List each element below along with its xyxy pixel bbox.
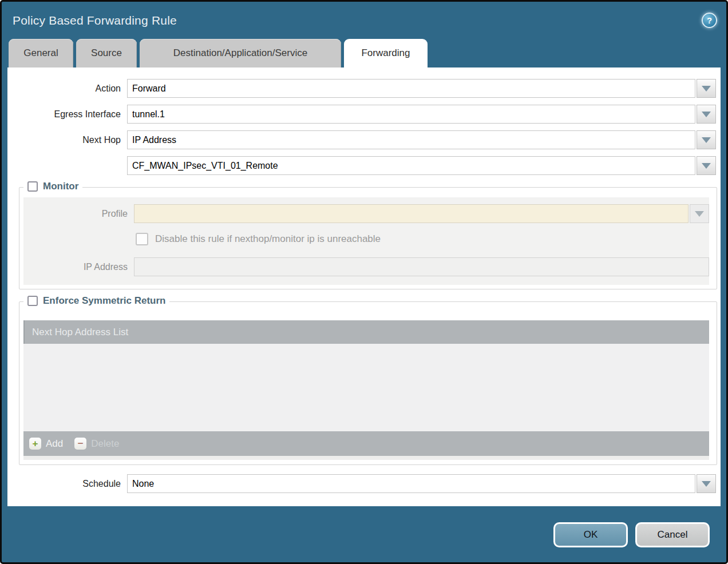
action-label: Action bbox=[7, 79, 121, 98]
egress-interface-dropdown-button[interactable] bbox=[697, 105, 716, 124]
chevron-down-icon bbox=[702, 481, 711, 487]
tab-destination-application-service[interactable]: Destination/Application/Service bbox=[140, 39, 341, 67]
monitor-ip-address-input bbox=[134, 257, 709, 276]
chevron-down-icon bbox=[702, 112, 711, 117]
disable-rule-row: Disable this rule if nexthop/monitor ip … bbox=[136, 233, 709, 245]
next-hop-type-input[interactable] bbox=[127, 130, 695, 149]
monitor-body: Profile Disable this rule if nexthop/mon… bbox=[23, 197, 709, 285]
title-bar: Policy Based Forwarding Rule ? bbox=[2, 2, 726, 39]
tab-bar: General Source Destination/Application/S… bbox=[2, 39, 726, 67]
tab-forwarding[interactable]: Forwarding bbox=[344, 39, 428, 67]
schedule-row: Schedule bbox=[7, 474, 716, 493]
dialog-footer: OK Cancel bbox=[2, 506, 726, 547]
egress-interface-input[interactable] bbox=[127, 105, 695, 124]
egress-interface-row: Egress Interface bbox=[7, 105, 716, 124]
next-hop-address-row bbox=[7, 156, 716, 175]
add-button[interactable]: + Add bbox=[29, 438, 63, 450]
tab-general[interactable]: General bbox=[9, 39, 73, 67]
dialog-title: Policy Based Forwarding Rule bbox=[13, 14, 177, 27]
next-hop-address-list-body bbox=[23, 344, 709, 431]
action-dropdown-button[interactable] bbox=[697, 79, 716, 98]
next-hop-address-list-toolbar: + Add − Delete bbox=[23, 431, 709, 456]
tab-source[interactable]: Source bbox=[76, 39, 137, 67]
chevron-down-icon bbox=[702, 137, 711, 143]
schedule-label: Schedule bbox=[7, 474, 121, 493]
next-hop-row: Next Hop bbox=[7, 130, 716, 149]
monitor-ip-address-row: IP Address bbox=[23, 257, 709, 276]
next-hop-dropdown-button[interactable] bbox=[697, 130, 716, 149]
chevron-down-icon bbox=[702, 163, 711, 169]
schedule-input[interactable] bbox=[127, 474, 695, 493]
monitor-title: Monitor bbox=[43, 181, 78, 192]
enforce-symmetric-return-checkbox[interactable] bbox=[27, 296, 38, 306]
cancel-button[interactable]: Cancel bbox=[635, 522, 710, 547]
egress-interface-label: Egress Interface bbox=[7, 105, 121, 124]
enforce-symmetric-return-group: Enforce Symmetric Return Next Hop Addres… bbox=[19, 301, 717, 465]
add-button-label: Add bbox=[46, 438, 63, 450]
delete-minus-icon: − bbox=[74, 438, 86, 450]
profile-input bbox=[134, 204, 689, 223]
table-bottom-strip bbox=[23, 456, 709, 460]
profile-dropdown-button bbox=[690, 204, 709, 223]
next-hop-address-dropdown-button[interactable] bbox=[697, 156, 716, 175]
schedule-dropdown-button[interactable] bbox=[697, 474, 716, 493]
forwarding-tab-panel: Action Egress Interface Next Hop Monitor bbox=[7, 67, 721, 506]
enforce-symmetric-return-legend: Enforce Symmetric Return bbox=[23, 295, 169, 307]
monitor-ip-address-label: IP Address bbox=[23, 257, 128, 276]
enforce-symmetric-return-title: Enforce Symmetric Return bbox=[43, 295, 165, 307]
action-input[interactable] bbox=[127, 79, 695, 98]
monitor-group: Monitor Profile Disable this rule if nex… bbox=[19, 187, 717, 289]
monitor-legend: Monitor bbox=[23, 181, 82, 192]
delete-button: − Delete bbox=[74, 438, 119, 450]
profile-row: Profile bbox=[23, 204, 709, 223]
action-row: Action bbox=[7, 79, 716, 98]
disable-rule-label: Disable this rule if nexthop/monitor ip … bbox=[155, 233, 381, 245]
next-hop-address-list-table: Next Hop Address List + Add − Delete bbox=[23, 320, 709, 460]
next-hop-address-label-spacer bbox=[7, 156, 121, 175]
chevron-down-icon bbox=[695, 211, 704, 217]
delete-button-label: Delete bbox=[91, 438, 119, 450]
disable-rule-checkbox bbox=[136, 233, 148, 245]
profile-label: Profile bbox=[23, 204, 128, 223]
next-hop-address-input[interactable] bbox=[127, 156, 695, 175]
add-plus-icon: + bbox=[29, 438, 41, 450]
next-hop-address-list-header: Next Hop Address List bbox=[23, 320, 709, 344]
help-icon[interactable]: ? bbox=[702, 13, 717, 28]
chevron-down-icon bbox=[702, 86, 711, 92]
pbf-rule-dialog: Policy Based Forwarding Rule ? General S… bbox=[0, 0, 728, 564]
monitor-checkbox[interactable] bbox=[27, 181, 38, 192]
next-hop-label: Next Hop bbox=[7, 130, 121, 149]
ok-button[interactable]: OK bbox=[553, 522, 628, 547]
